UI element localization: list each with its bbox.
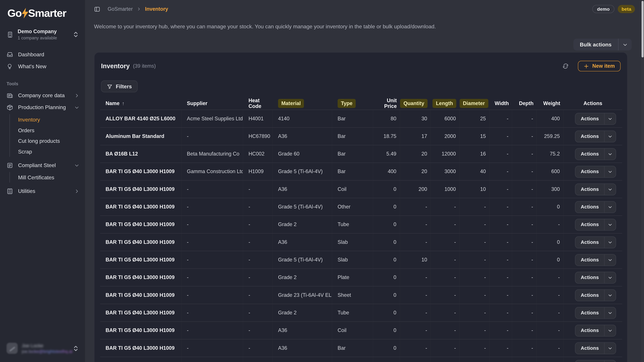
column-header-name[interactable]: Name↑ bbox=[100, 100, 182, 106]
company-switcher[interactable]: Demo Company 1 company available bbox=[3, 26, 82, 43]
welcome-text: Welcome to your inventory hub, where you… bbox=[85, 18, 644, 30]
cell-quantity: 30 bbox=[400, 110, 431, 127]
cell-quantity: - bbox=[400, 269, 431, 286]
sidebar-item-compliant-steel[interactable]: Compliant Steel bbox=[0, 159, 85, 171]
sidebar-item-company-core-data[interactable]: Company core data bbox=[0, 89, 85, 101]
table-row: Aluminum Bar Standard-HC67890A36Bar18.75… bbox=[100, 127, 622, 145]
row-actions-chevron-icon[interactable] bbox=[604, 272, 616, 283]
column-header-type[interactable]: Type bbox=[332, 99, 373, 108]
row-actions-chevron-icon[interactable] bbox=[604, 131, 616, 142]
user-menu[interactable]: Joe Locke joe.locke@brightsteelhq.ai bbox=[3, 340, 82, 356]
sidebar-toggle-icon[interactable] bbox=[94, 6, 100, 12]
new-item-button[interactable]: New item bbox=[578, 61, 620, 71]
row-actions-button[interactable]: Actions bbox=[575, 219, 616, 230]
column-header-weight[interactable]: Weight bbox=[537, 100, 564, 106]
scrollbar-thumb[interactable] bbox=[642, 1, 644, 57]
row-actions-button[interactable]: Actions bbox=[575, 183, 616, 195]
column-header-actions[interactable]: Actions bbox=[564, 100, 622, 106]
row-actions-chevron-icon[interactable] bbox=[604, 113, 616, 124]
cell-supplier: - bbox=[182, 339, 243, 357]
cell-width: - bbox=[490, 110, 512, 127]
cell-type: Bar bbox=[332, 357, 373, 362]
sidebar-item-inventory[interactable]: Inventory bbox=[14, 114, 85, 125]
row-actions-chevron-icon[interactable] bbox=[604, 343, 616, 354]
main-area: GoSmarter Inventory demo beta Welcome to… bbox=[85, 0, 644, 362]
demo-badge: demo bbox=[592, 5, 615, 13]
cell-depth: - bbox=[512, 128, 537, 145]
bulk-actions-button[interactable]: Bulk actions bbox=[573, 38, 632, 50]
sidebar-item-utilities[interactable]: Utilities bbox=[0, 185, 85, 197]
row-actions-button[interactable]: Actions bbox=[575, 325, 616, 336]
column-header-diameter[interactable]: Diameter bbox=[460, 99, 490, 108]
column-header-supplier[interactable]: Supplier bbox=[182, 100, 243, 106]
row-actions-button[interactable]: Actions bbox=[575, 148, 616, 160]
row-actions-button[interactable]: Actions bbox=[575, 342, 616, 354]
sidebar-item-orders[interactable]: Orders bbox=[14, 125, 85, 135]
column-header-material[interactable]: Material bbox=[273, 99, 332, 108]
app-root: Go Smarter Demo Company 1 company availa… bbox=[0, 0, 644, 362]
breadcrumb-root[interactable]: GoSmarter bbox=[108, 6, 133, 12]
column-header-quantity[interactable]: Quantity bbox=[400, 99, 431, 108]
cell-unit-price: 0 bbox=[373, 181, 400, 198]
cell-width: - bbox=[490, 181, 512, 198]
sidebar-item-label: Compliant Steel bbox=[18, 162, 74, 168]
cell-name: BAR TI G5 Ø40 L3000 H1009 bbox=[100, 286, 182, 304]
row-actions-chevron-icon[interactable] bbox=[604, 307, 616, 318]
table-row: BAR TI G5 Ø40 L3000 H1009--A36Bar0------… bbox=[100, 357, 622, 362]
row-actions-chevron-icon[interactable] bbox=[604, 290, 616, 301]
cell-unit-price: 18.75 bbox=[373, 128, 400, 145]
company-data-icon bbox=[6, 92, 13, 99]
column-header-heat-code[interactable]: Heat Code bbox=[243, 98, 273, 109]
row-actions-button[interactable]: Actions bbox=[575, 307, 616, 319]
column-header-width[interactable]: Width bbox=[490, 100, 512, 106]
column-header-label: Weight bbox=[543, 100, 560, 106]
row-actions-button[interactable]: Actions bbox=[575, 201, 616, 213]
cell-heat-code: - bbox=[243, 357, 273, 362]
cell-heat-code: - bbox=[243, 269, 273, 286]
row-actions-chevron-icon[interactable] bbox=[604, 166, 616, 177]
scrollbar-track[interactable] bbox=[641, 0, 644, 362]
sidebar-item-cut-long-products[interactable]: Cut long products bbox=[14, 135, 85, 146]
filters-button[interactable]: Filters bbox=[101, 80, 138, 92]
row-actions-button[interactable]: Actions bbox=[575, 289, 616, 301]
cell-supplier: Gamma Construction Ltd bbox=[182, 163, 243, 180]
row-actions-button[interactable]: Actions bbox=[575, 130, 616, 142]
sidebar-item-label: Company core data bbox=[18, 92, 74, 98]
bulk-actions-label: Bulk actions bbox=[573, 38, 618, 50]
sidebar-item-production-planning[interactable]: Production Planning bbox=[0, 101, 85, 113]
bulk-actions-chevron[interactable] bbox=[618, 38, 632, 50]
row-actions-chevron-icon[interactable] bbox=[604, 184, 616, 195]
table-row: BAR TI G5 Ø40 L3000 H1009--Grade 5 (Ti-6… bbox=[100, 198, 622, 215]
cell-supplier: - bbox=[182, 216, 243, 233]
cell-depth: - bbox=[512, 322, 537, 339]
row-actions-chevron-icon[interactable] bbox=[604, 201, 616, 212]
row-actions-chevron-icon[interactable] bbox=[604, 360, 616, 362]
row-actions-chevron-icon[interactable] bbox=[604, 148, 616, 159]
sidebar-item-whats-new[interactable]: What's New bbox=[0, 60, 85, 72]
cell-width: - bbox=[490, 339, 512, 357]
sidebar-item-dashboard[interactable]: Dashboard bbox=[0, 48, 85, 60]
row-actions-button[interactable]: Actions bbox=[575, 272, 616, 283]
cell-type: Bar bbox=[332, 110, 373, 127]
row-actions-button[interactable]: Actions bbox=[575, 254, 616, 266]
column-header-length[interactable]: Length bbox=[431, 99, 460, 108]
row-actions-chevron-icon[interactable] bbox=[604, 219, 616, 230]
cell-length: - bbox=[431, 251, 460, 269]
row-actions-chevron-icon[interactable] bbox=[604, 254, 616, 265]
column-header-unit-price[interactable]: Unit Price bbox=[373, 98, 400, 109]
cell-length: - bbox=[431, 304, 460, 322]
row-actions-button[interactable]: Actions bbox=[575, 360, 616, 362]
cell-material: Grade 2 bbox=[273, 269, 332, 286]
row-actions-button[interactable]: Actions bbox=[575, 113, 616, 124]
cell-material: 4140 bbox=[273, 110, 332, 127]
refresh-icon[interactable] bbox=[562, 63, 569, 69]
cell-depth: - bbox=[512, 181, 537, 198]
row-actions-chevron-icon[interactable] bbox=[604, 325, 616, 336]
sidebar-item-mill-certificates[interactable]: Mill Certificates bbox=[14, 172, 85, 183]
cell-name: BA Ø16B L12 bbox=[100, 145, 182, 163]
row-actions-chevron-icon[interactable] bbox=[604, 237, 616, 248]
sidebar-item-scrap[interactable]: Scrap bbox=[14, 146, 85, 157]
column-header-depth[interactable]: Depth bbox=[512, 100, 537, 106]
row-actions-button[interactable]: Actions bbox=[575, 166, 616, 177]
row-actions-button[interactable]: Actions bbox=[575, 236, 616, 248]
